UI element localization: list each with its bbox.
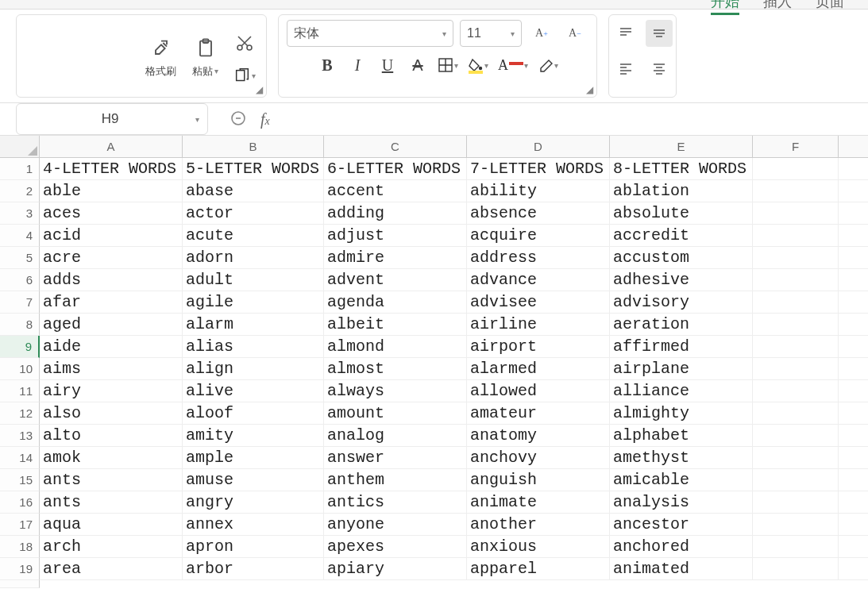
cell[interactable]: acre — [40, 247, 183, 269]
tab-start[interactable]: 开始 — [711, 0, 739, 15]
cell[interactable]: adjust — [324, 225, 467, 247]
name-box[interactable]: H9 ▾ — [16, 103, 208, 135]
cancel-formula-button[interactable] — [230, 110, 246, 129]
cell[interactable]: aqua — [40, 514, 183, 536]
cell[interactable]: accustom — [610, 247, 753, 269]
format-painter-button[interactable]: 格式刷 — [142, 33, 179, 82]
cell[interactable] — [753, 158, 839, 180]
cell[interactable] — [753, 180, 839, 202]
cell[interactable]: agile — [183, 291, 324, 314]
cell[interactable]: aged — [40, 314, 183, 336]
cell[interactable]: area — [40, 558, 183, 580]
cell[interactable]: agenda — [324, 291, 467, 314]
cell[interactable] — [839, 247, 868, 269]
cell[interactable]: also — [40, 402, 183, 425]
select-all-corner[interactable] — [0, 136, 40, 158]
cell[interactable]: absence — [467, 202, 610, 225]
cell[interactable]: absolute — [610, 202, 753, 225]
cell[interactable] — [839, 558, 868, 580]
cell[interactable] — [839, 314, 868, 336]
align-middle-button[interactable] — [646, 20, 673, 47]
cell[interactable]: allowed — [467, 380, 610, 402]
cell[interactable] — [839, 514, 868, 536]
cell[interactable]: almighty — [610, 402, 753, 425]
cell[interactable]: almost — [324, 358, 467, 380]
cell[interactable]: acute — [183, 225, 324, 247]
cut-button[interactable] — [231, 29, 258, 56]
cell[interactable]: amuse — [183, 469, 324, 491]
cell[interactable]: anchored — [610, 536, 753, 558]
cell[interactable]: 4-LETTER WORDS — [40, 158, 183, 180]
cell[interactable] — [839, 202, 868, 225]
cell[interactable] — [753, 247, 839, 269]
cell[interactable]: ants — [40, 491, 183, 514]
cell[interactable]: anchovy — [467, 447, 610, 469]
row-header[interactable]: 16 — [0, 491, 40, 514]
row-header[interactable]: 9 — [0, 336, 40, 358]
cell[interactable]: acquire — [467, 225, 610, 247]
cell[interactable]: apron — [183, 536, 324, 558]
cell[interactable]: aloof — [183, 402, 324, 425]
cell[interactable]: advisee — [467, 291, 610, 314]
paste-button[interactable]: 粘贴▾ — [189, 33, 222, 82]
cell[interactable]: acid — [40, 225, 183, 247]
row-header[interactable]: 17 — [0, 514, 40, 536]
cell[interactable]: answer — [324, 447, 467, 469]
cell[interactable] — [753, 380, 839, 402]
row-header[interactable]: 6 — [0, 269, 40, 291]
cell[interactable]: aces — [40, 202, 183, 225]
cell[interactable]: aide — [40, 336, 183, 358]
cell[interactable] — [839, 158, 868, 180]
cell[interactable]: amateur — [467, 402, 610, 425]
cell[interactable]: alarmed — [467, 358, 610, 380]
group-launcher-icon[interactable]: ◢ — [256, 84, 263, 95]
font-name-select[interactable]: 宋体▾ — [287, 20, 453, 47]
cell[interactable] — [753, 469, 839, 491]
row-header[interactable]: 1 — [0, 158, 40, 180]
cell[interactable] — [839, 225, 868, 247]
cell[interactable]: apiary — [324, 558, 467, 580]
cell[interactable]: adhesive — [610, 269, 753, 291]
cell[interactable] — [753, 225, 839, 247]
cell[interactable]: arbor — [183, 558, 324, 580]
cell[interactable] — [753, 291, 839, 314]
row-header[interactable]: 4 — [0, 225, 40, 247]
row-header[interactable]: 14 — [0, 447, 40, 469]
cell[interactable]: airy — [40, 380, 183, 402]
row-header[interactable]: 11 — [0, 380, 40, 402]
column-header[interactable]: C — [324, 136, 467, 158]
tab-insert[interactable]: 插入 — [763, 0, 792, 15]
cell[interactable]: adorn — [183, 247, 324, 269]
cell[interactable] — [839, 536, 868, 558]
cell[interactable]: airport — [467, 336, 610, 358]
borders-button[interactable]: ▾ — [438, 57, 458, 73]
cell[interactable]: address — [467, 247, 610, 269]
row-header[interactable]: 5 — [0, 247, 40, 269]
cell[interactable]: amethyst — [610, 447, 753, 469]
cell[interactable] — [839, 380, 868, 402]
column-header[interactable] — [839, 136, 868, 158]
row-header[interactable]: 3 — [0, 202, 40, 225]
cell[interactable]: antics — [324, 491, 467, 514]
column-header[interactable]: F — [753, 136, 839, 158]
cell[interactable]: ample — [183, 447, 324, 469]
cell[interactable]: ancestor — [610, 514, 753, 536]
cell[interactable]: airline — [467, 314, 610, 336]
cell[interactable]: abase — [183, 180, 324, 202]
cell[interactable]: accredit — [610, 225, 753, 247]
cell[interactable] — [839, 269, 868, 291]
cell[interactable] — [839, 402, 868, 425]
align-top-button[interactable] — [612, 20, 639, 47]
font-size-select[interactable]: 11▾ — [460, 20, 522, 47]
cell[interactable]: amity — [183, 425, 324, 447]
cell[interactable] — [839, 491, 868, 514]
strikethrough-button[interactable]: A — [407, 55, 428, 75]
cell[interactable] — [753, 447, 839, 469]
row-header[interactable]: 7 — [0, 291, 40, 314]
cell[interactable] — [753, 358, 839, 380]
cell[interactable]: advisory — [610, 291, 753, 314]
row-header[interactable] — [0, 580, 40, 588]
cell[interactable]: adult — [183, 269, 324, 291]
cell[interactable] — [753, 514, 839, 536]
cell[interactable] — [839, 336, 868, 358]
